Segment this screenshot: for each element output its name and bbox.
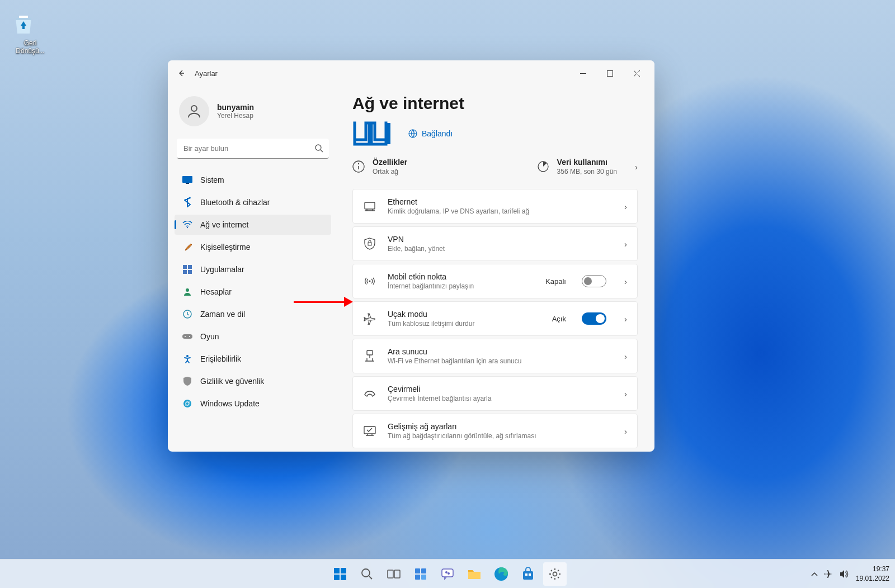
airplane-icon: [363, 312, 376, 325]
card-hotspot[interactable]: Mobil etkin noktaİnternet bağlantınızı p…: [352, 264, 638, 298]
settings-taskbar-button[interactable]: [543, 562, 567, 586]
accessibility-icon: [182, 354, 192, 364]
svg-point-45: [553, 572, 557, 576]
time-label: 19:37: [856, 565, 889, 573]
user-profile[interactable]: bunyamin Yerel Hesap: [175, 92, 331, 136]
properties-title: Özellikler: [373, 158, 407, 167]
svg-rect-32: [388, 570, 393, 578]
start-button[interactable]: [328, 562, 352, 586]
nav-label: Bluetooth & cihazlar: [200, 198, 270, 207]
back-button[interactable]: [172, 64, 190, 82]
nav-gaming[interactable]: Oyun: [175, 326, 331, 347]
card-sub: Tüm ağ bağdaştırıcılarını görüntüle, ağ …: [388, 432, 613, 440]
svg-rect-28: [341, 568, 346, 573]
nav-label: Windows Update: [200, 399, 260, 408]
svg-point-14: [189, 336, 190, 337]
card-proxy[interactable]: Ara sunucuWi-Fi ve Ethernet bağlantıları…: [352, 339, 638, 373]
properties-link[interactable]: ÖzelliklerOrtak ağ: [352, 158, 515, 176]
svg-rect-22: [365, 202, 375, 209]
svg-point-31: [362, 569, 370, 577]
proxy-icon: [363, 350, 376, 362]
store-icon: [521, 567, 535, 581]
nav-accounts[interactable]: Hesaplar: [175, 282, 331, 302]
maximize-button[interactable]: [596, 60, 623, 86]
person-icon: [186, 103, 202, 120]
nav-privacy[interactable]: Gizlilik ve güvenlik: [175, 371, 331, 391]
taskbar: 19:37 19.01.2022: [0, 559, 895, 588]
card-vpn[interactable]: VPNEkle, bağlan, yönet ›: [352, 226, 638, 261]
card-sub: Ekle, bağlan, yönet: [388, 245, 613, 253]
minimize-button[interactable]: [569, 60, 596, 86]
nav-label: Ağ ve internet: [200, 220, 248, 229]
svg-rect-35: [421, 568, 426, 573]
nav-update[interactable]: Windows Update: [175, 393, 331, 414]
card-title: Çevirmeli: [388, 385, 613, 393]
svg-point-5: [187, 227, 188, 228]
svg-rect-25: [367, 350, 373, 355]
nav-bluetooth[interactable]: Bluetooth & cihazlar: [175, 192, 331, 212]
hotspot-icon: [363, 276, 376, 286]
recycle-bin-label: Geri Dönüşü...: [10, 39, 50, 55]
card-airplane[interactable]: Uçak moduTüm kablosuz iletişimi durdur A…: [352, 301, 638, 336]
chevron-right-icon: ›: [624, 202, 627, 211]
gear-icon: [548, 567, 562, 581]
nav-apps[interactable]: Uygulamalar: [175, 259, 331, 279]
chevron-right-icon: ›: [624, 239, 627, 249]
content-area: Ağ ve internet Bağlandı ÖzelliklerOrtak …: [336, 86, 654, 452]
arrow-left-icon: [177, 69, 186, 78]
brush-icon: [182, 242, 192, 252]
vpn-icon: [363, 238, 376, 250]
store-button[interactable]: [516, 562, 540, 586]
widgets-button[interactable]: [409, 562, 432, 586]
close-button[interactable]: [623, 60, 650, 86]
chat-button[interactable]: [436, 562, 459, 586]
clock-icon: [182, 309, 192, 319]
card-advanced[interactable]: Gelişmiş ağ ayarlarıTüm ağ bağdaştırıcıl…: [352, 414, 638, 448]
maximize-icon: [607, 70, 613, 77]
airplane-toggle[interactable]: [582, 312, 606, 325]
nav-label: Uygulamalar: [200, 265, 244, 274]
nav-personalization[interactable]: Kişiselleştirme: [175, 237, 331, 257]
advanced-icon: [363, 426, 376, 436]
system-tray[interactable]: [811, 569, 849, 579]
recycle-bin[interactable]: Geri Dönüşü...: [10, 10, 50, 55]
svg-point-39: [445, 571, 447, 573]
globe-icon: [408, 129, 417, 138]
nav-network[interactable]: Ağ ve internet: [175, 215, 331, 235]
search-icon: [361, 568, 373, 580]
nav-accessibility[interactable]: Erişilebilirlik: [175, 349, 331, 369]
svg-point-2: [315, 145, 321, 150]
svg-point-1: [191, 106, 197, 111]
properties-sub: Ortak ağ: [373, 168, 407, 176]
volume-icon: [839, 570, 849, 578]
nav-time[interactable]: Zaman ve dil: [175, 304, 331, 324]
task-view-button[interactable]: [382, 562, 406, 586]
svg-rect-27: [334, 568, 340, 573]
card-ethernet[interactable]: EthernetKimlik doğrulama, IP ve DNS ayar…: [352, 189, 638, 224]
data-usage-link[interactable]: Veri kullanımı356 MB, son 30 gün ›: [537, 158, 638, 176]
card-dialup[interactable]: ÇevirmeliÇevirmeli İnternet bağlantısı a…: [352, 376, 638, 411]
svg-rect-34: [415, 568, 420, 573]
explorer-button[interactable]: [463, 562, 486, 586]
nav-system[interactable]: Sistem: [175, 170, 331, 190]
minimize-icon: [580, 70, 586, 77]
data-usage-icon: [537, 160, 549, 173]
page-title: Ağ ve internet: [352, 94, 638, 113]
widgets-icon: [414, 567, 427, 581]
svg-rect-0: [607, 70, 613, 76]
svg-rect-8: [183, 270, 187, 274]
chevron-right-icon: ›: [624, 314, 627, 324]
window-title: Ayarlar: [195, 69, 218, 78]
svg-rect-9: [188, 270, 192, 274]
svg-rect-29: [334, 575, 340, 580]
search-input[interactable]: [177, 139, 329, 159]
nav-label: Erişilebilirlik: [200, 354, 241, 363]
chevron-right-icon: ›: [624, 389, 627, 399]
svg-rect-3: [182, 176, 192, 183]
clock[interactable]: 19:37 19.01.2022: [856, 565, 889, 582]
edge-button[interactable]: [489, 562, 513, 586]
svg-rect-23: [368, 243, 371, 245]
search-button[interactable]: [355, 562, 379, 586]
hotspot-toggle[interactable]: [582, 275, 606, 287]
svg-rect-33: [394, 570, 400, 578]
